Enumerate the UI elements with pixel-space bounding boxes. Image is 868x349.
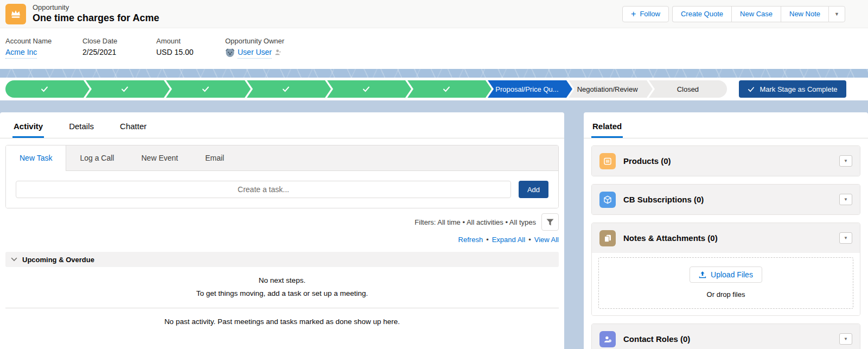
stage-label: Closed	[677, 85, 699, 93]
chevron-down-icon: ▼	[834, 11, 839, 17]
path-stage-completed-1[interactable]	[5, 80, 84, 98]
follow-button[interactable]: + Follow	[622, 6, 669, 22]
upload-files-label: Upload Files	[711, 270, 753, 279]
notes-attachments-menu-button[interactable]: ▼	[839, 232, 852, 244]
funnel-icon	[546, 219, 554, 226]
expand-all-link[interactable]: Expand All	[492, 236, 525, 244]
path-stages: Proposal/Price Qu... Negotiation/Review …	[5, 80, 727, 98]
check-icon	[121, 85, 129, 93]
tab-email[interactable]: Email	[192, 145, 238, 170]
background-texture-band	[0, 69, 868, 78]
chevron-down-icon: ▼	[844, 158, 848, 163]
record-header: Opportunity One time charges for Acme + …	[0, 0, 868, 69]
tab-new-task[interactable]: New Task	[6, 145, 66, 170]
field-label: Account Name	[5, 36, 82, 47]
no-next-steps-message: No next steps. To get things moving, add…	[0, 267, 564, 300]
contact-roles-card-title[interactable]: Contact Roles (0)	[623, 334, 690, 344]
field-value: 2/25/2021	[82, 47, 156, 58]
notes-attachments-card-title[interactable]: Notes & Attachments (0)	[623, 233, 718, 243]
add-task-button[interactable]: Add	[519, 181, 548, 198]
page-content: Activity Details Chatter New Task Log a …	[0, 100, 868, 349]
page-title: One time charges for Acme	[33, 12, 159, 24]
tab-chatter[interactable]: Chatter	[119, 122, 148, 138]
path-stage-completed-3[interactable]	[166, 80, 244, 98]
contact-roles-icon	[599, 331, 616, 347]
empty-line-2: To get things moving, add a task or set …	[0, 287, 564, 300]
products-card-title[interactable]: Products (0)	[623, 156, 671, 166]
create-quote-button[interactable]: Create Quote	[672, 6, 731, 22]
mark-stage-complete-label: Mark Stage as Complete	[760, 85, 837, 93]
chevron-down-icon: ▼	[844, 337, 848, 341]
path-stage-completed-4[interactable]	[247, 80, 325, 98]
field-label: Amount	[156, 36, 225, 47]
drop-files-text: Or drop files	[599, 290, 853, 299]
related-tabs: Related	[584, 112, 868, 138]
products-menu-button[interactable]: ▼	[839, 155, 852, 167]
path-stage-completed-2[interactable]	[86, 80, 164, 98]
stage-label: Proposal/Price Qu...	[495, 85, 558, 93]
activity-links: Refresh • Expand All • View All	[0, 236, 559, 244]
highlights-fields: Account Name Acme Inc Close Date 2/25/20…	[0, 28, 868, 59]
check-icon	[362, 85, 370, 93]
new-note-button[interactable]: New Note	[781, 6, 828, 22]
path-stage-completed-6[interactable]	[407, 80, 486, 98]
empty-line-1: No next steps.	[0, 274, 564, 287]
avatar	[225, 48, 235, 58]
field-label: Close Date	[82, 36, 156, 47]
follow-button-label: Follow	[640, 10, 660, 18]
related-card-notes-attachments: Notes & Attachments (0) ▼ Upload Files O…	[591, 223, 860, 316]
field-opportunity-owner: Opportunity Owner User User	[225, 36, 284, 59]
sales-path: Proposal/Price Qu... Negotiation/Review …	[0, 78, 868, 100]
upload-icon	[699, 271, 706, 278]
section-title: Upcoming & Overdue	[22, 256, 94, 264]
new-case-button[interactable]: New Case	[731, 6, 781, 22]
notes-icon	[599, 230, 616, 246]
check-icon	[748, 86, 755, 93]
no-past-activity-message: No past activity. Past meetings and task…	[0, 308, 564, 328]
upcoming-overdue-section-header[interactable]: Upcoming & Overdue	[5, 252, 559, 267]
upload-files-button[interactable]: Upload Files	[690, 266, 762, 283]
tab-log-a-call[interactable]: Log a Call	[66, 145, 127, 170]
path-stage-current[interactable]: Proposal/Price Qu...	[488, 80, 566, 98]
entity-label: Opportunity	[33, 3, 159, 12]
path-stage-negotiation[interactable]: Negotiation/Review	[569, 80, 647, 98]
header-actions: + Follow Create Quote New Case New Note …	[622, 6, 845, 22]
view-all-link[interactable]: View All	[534, 236, 559, 244]
file-dropzone[interactable]: Upload Files Or drop files	[598, 257, 853, 309]
owner-link[interactable]: User User	[238, 47, 272, 59]
field-value: USD 15.00	[156, 47, 225, 58]
tab-related[interactable]: Related	[591, 122, 623, 138]
tab-new-event[interactable]: New Event	[127, 145, 192, 170]
related-card-products: Products (0) ▼	[591, 145, 860, 176]
change-owner-icon[interactable]	[275, 49, 282, 56]
refresh-link[interactable]: Refresh	[458, 236, 483, 244]
chevron-down-icon: ▼	[844, 236, 848, 240]
crown-icon	[9, 8, 22, 21]
path-stage-completed-5[interactable]	[327, 80, 405, 98]
main-tabs: Activity Details Chatter	[0, 112, 564, 138]
more-actions-button[interactable]: ▼	[828, 6, 845, 22]
chevron-down-icon	[11, 257, 17, 262]
mark-stage-complete-button[interactable]: Mark Stage as Complete	[739, 80, 846, 98]
link-separator: •	[486, 236, 489, 244]
field-amount: Amount USD 15.00	[156, 36, 225, 59]
path-stage-closed[interactable]: Closed	[649, 80, 727, 98]
cb-subscriptions-card-title[interactable]: CB Subscriptions (0)	[623, 195, 704, 204]
check-icon	[202, 85, 209, 93]
cb-subscriptions-menu-button[interactable]: ▼	[839, 194, 852, 205]
filter-button[interactable]	[541, 213, 559, 231]
related-card-contact-roles: Contact Roles (0) ▼	[591, 323, 860, 349]
tab-details[interactable]: Details	[68, 122, 95, 138]
opportunity-icon	[5, 4, 26, 24]
create-task-input[interactable]	[16, 181, 511, 198]
products-icon	[599, 153, 616, 169]
related-panel: Related Products (0) ▼	[584, 112, 868, 349]
field-close-date: Close Date 2/25/2021	[82, 36, 156, 59]
check-icon	[41, 85, 48, 93]
tab-activity[interactable]: Activity	[12, 122, 44, 138]
contact-roles-menu-button[interactable]: ▼	[839, 333, 852, 345]
account-link[interactable]: Acme Inc	[5, 47, 37, 59]
related-card-cb-subscriptions: CB Subscriptions (0) ▼	[591, 184, 860, 215]
check-icon	[282, 85, 290, 93]
link-separator: •	[528, 236, 531, 244]
